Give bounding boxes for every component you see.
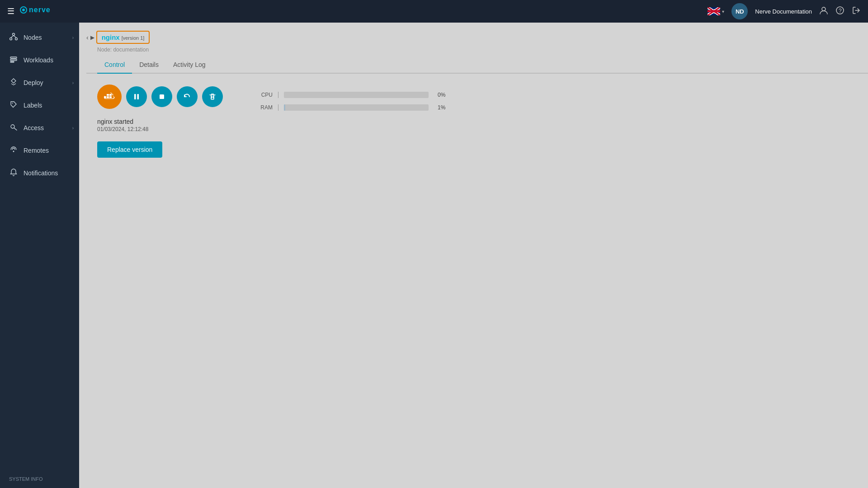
svg-point-6 (13, 33, 15, 36)
ram-bar-fill (284, 104, 285, 111)
sidebar-item-label-deploy: Deploy (24, 79, 43, 86)
expand-arrow-access: › (72, 126, 74, 131)
sidebar-item-label-nodes: Nodes (24, 34, 42, 41)
sidebar-item-label-workloads: Workloads (24, 56, 53, 64)
metrics-panel: CPU 0% RAM 1% (259, 84, 445, 158)
control-panel: nginx started 01/03/2024, 12:12:48 Repla… (79, 74, 868, 169)
tabs-bar: Control Details Activity Log (86, 56, 868, 74)
svg-rect-21 (109, 94, 112, 96)
system-info-link[interactable]: SYSTEM INFO (0, 470, 79, 488)
locale-chevron: ▾ (722, 9, 724, 14)
workload-version: [version 1] (122, 35, 145, 41)
svg-point-16 (13, 151, 14, 152)
tab-control[interactable]: Control (97, 56, 132, 74)
cpu-metric-row: CPU 0% (259, 92, 445, 98)
svg-line-10 (14, 36, 16, 38)
access-icon (9, 123, 18, 133)
svg-line-9 (11, 36, 14, 38)
svg-rect-18 (107, 96, 109, 98)
cpu-bar-track (284, 92, 429, 98)
control-buttons (97, 84, 223, 109)
stop-button[interactable] (151, 86, 172, 107)
replace-version-button[interactable]: Replace version (97, 141, 162, 158)
svg-point-7 (10, 38, 12, 40)
workloads-icon (9, 55, 18, 65)
svg-point-8 (15, 38, 18, 40)
restart-button[interactable] (177, 86, 198, 107)
sidebar-item-notifications[interactable]: Notifications (0, 162, 79, 184)
breadcrumb: ‹ ▶ nginx[version 1] (79, 23, 868, 47)
sidebar-item-deploy[interactable]: Deploy › (0, 71, 79, 94)
sidebar-item-label-notifications: Notifications (24, 169, 58, 177)
doc-link[interactable]: Nerve Documentation (755, 8, 812, 15)
tab-details[interactable]: Details (132, 56, 166, 74)
sidebar-item-remotes[interactable]: Remotes (0, 139, 79, 162)
svg-rect-11 (10, 57, 17, 58)
user-icon[interactable] (819, 6, 828, 17)
pause-button[interactable] (126, 86, 147, 107)
labels-icon (9, 100, 18, 110)
locale-selector[interactable]: ▾ (708, 7, 724, 15)
main-content: ‹ ▶ nginx[version 1] Node: documentation… (79, 23, 868, 488)
deploy-icon (9, 78, 18, 88)
remotes-icon (9, 145, 18, 155)
svg-rect-24 (160, 94, 164, 99)
svg-point-3 (822, 7, 826, 11)
sidebar-item-label-access: Access (24, 124, 44, 131)
svg-point-14 (12, 103, 13, 104)
nodes-icon (9, 33, 18, 42)
expand-arrow-deploy: › (72, 80, 74, 85)
app-logo: nerve (20, 5, 56, 18)
sidebar: Nodes › Workloads Deploy › (0, 23, 79, 488)
svg-rect-19 (109, 96, 112, 98)
sidebar-item-access[interactable]: Access › (0, 117, 79, 139)
tab-activity-log[interactable]: Activity Log (166, 56, 213, 74)
sidebar-item-labels[interactable]: Labels (0, 94, 79, 117)
navbar-left: ☰ nerve (7, 5, 56, 18)
node-label: Node: documentation (79, 47, 868, 56)
expand-arrow-nodes: › (72, 35, 74, 40)
control-left: nginx started 01/03/2024, 12:12:48 Repla… (97, 84, 223, 158)
svg-rect-12 (10, 59, 17, 61)
sidebar-item-workloads[interactable]: Workloads (0, 49, 79, 71)
ram-divider (278, 104, 278, 111)
docker-button[interactable] (97, 84, 122, 109)
workload-name: nginx (102, 33, 120, 41)
node-prefix: Node: (97, 47, 112, 53)
svg-rect-13 (10, 61, 14, 62)
cpu-divider (278, 92, 278, 98)
ram-metric-row: RAM 1% (259, 104, 445, 111)
svg-point-1 (22, 9, 25, 11)
navbar-right: ▾ ND Nerve Documentation ? (708, 3, 861, 19)
navbar: ☰ nerve ▾ ND Nerve Documentation (0, 0, 868, 23)
cpu-label: CPU (259, 92, 273, 98)
status-section: nginx started 01/03/2024, 12:12:48 (97, 118, 223, 132)
ram-label: RAM (259, 104, 273, 111)
cpu-value: 0% (438, 92, 445, 98)
logout-icon[interactable] (852, 6, 861, 17)
sidebar-item-label-remotes: Remotes (24, 147, 49, 154)
back-button[interactable]: ‹ (86, 34, 89, 41)
svg-rect-20 (107, 94, 109, 96)
svg-text:nerve: nerve (29, 6, 51, 14)
help-icon[interactable]: ? (835, 6, 844, 17)
avatar[interactable]: ND (731, 3, 748, 19)
svg-text:?: ? (839, 8, 842, 14)
svg-rect-22 (134, 94, 136, 99)
hamburger-icon[interactable]: ☰ (7, 6, 14, 16)
play-icon: ▶ (90, 34, 94, 41)
ram-bar-track (284, 104, 429, 111)
svg-rect-23 (137, 94, 139, 99)
workload-chip[interactable]: nginx[version 1] (96, 31, 150, 44)
notifications-icon (9, 168, 18, 178)
status-text: nginx started (97, 118, 223, 125)
flag-icon (708, 7, 720, 15)
delete-button[interactable] (202, 86, 223, 107)
ram-value: 1% (438, 104, 445, 111)
node-name: documentation (113, 47, 149, 53)
sidebar-item-label-labels: Labels (24, 102, 42, 109)
sidebar-item-nodes[interactable]: Nodes › (0, 26, 79, 49)
status-date: 01/03/2024, 12:12:48 (97, 126, 223, 132)
